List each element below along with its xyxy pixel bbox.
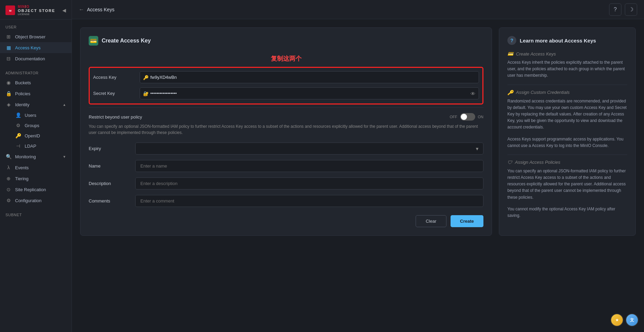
additional-fields: Expiry ▼ Name (89, 143, 483, 207)
secret-key-row: Secret Key 🔐 👁 (93, 87, 479, 99)
help-card: ? Learn more about Access Keys 💳 Create … (499, 27, 636, 236)
help-button[interactable]: ? (609, 3, 621, 16)
subnet-section: Subnet (0, 207, 72, 220)
secret-key-icon: 🔐 (143, 91, 149, 96)
name-input[interactable] (135, 160, 483, 172)
bottom-avatars: ★ 文 (610, 313, 639, 327)
monitoring-icon: 🔍 (5, 154, 12, 159)
card-title: 💳 Create Access Key (89, 36, 483, 46)
name-label: Name (89, 163, 130, 169)
help-section-3-title-text: Assign Access Policies (515, 160, 560, 165)
help-title-text: Learn more about Access Keys (520, 38, 596, 44)
description-wrap (135, 177, 483, 189)
theme-toggle-button[interactable]: ☽ (625, 3, 637, 16)
help-section-2: 🔑 Assign Custom Credentials Randomized a… (507, 90, 627, 149)
access-key-row: Access Key 🔑 (93, 71, 479, 83)
sidebar-item-events[interactable]: λ Events (0, 162, 72, 173)
card-title-icon: 💳 (89, 36, 98, 46)
toggle-wrap: OFF ON (450, 113, 484, 121)
sidebar-item-buckets[interactable]: ◉ Buckets (0, 77, 72, 88)
comments-wrap (135, 195, 483, 207)
sidebar-item-openid[interactable]: 🔑 OpenID (11, 131, 72, 141)
collapse-sidebar-button[interactable]: ◀ (62, 8, 66, 13)
sidebar-item-users[interactable]: 👤 Users (11, 110, 72, 120)
secret-key-input[interactable] (140, 87, 479, 99)
expiry-select[interactable] (135, 143, 483, 155)
sidebar-item-policies[interactable]: 🔒 Policies (0, 88, 72, 99)
help-title: ? Learn more about Access Keys (507, 36, 627, 45)
help-section-1: 💳 Create Access Keys Access Keys inherit… (507, 51, 627, 79)
page-content: 💳 Create Access Key 复制这两个 Access Key 🔑 (72, 19, 644, 332)
topbar-actions: ? ☽ (609, 3, 637, 16)
user-section-label: User (0, 24, 72, 31)
site-replication-icon: ⊙ (5, 187, 12, 192)
description-label: Description (89, 181, 130, 186)
access-keys-icon: ▦ (5, 45, 12, 50)
help-section-3-text: You can specify an optional JSON-formatt… (507, 168, 627, 201)
license-label: LICENSE (18, 13, 55, 16)
sidebar-item-object-browser[interactable]: ⊞ Object Browser (0, 31, 72, 42)
restrict-toggle[interactable] (460, 113, 475, 121)
logo-text: MINIO OBJECT STORE LICENSE (18, 5, 55, 16)
identity-submenu: 👤 Users ⚙ Groups 🔑 OpenID ⊣ LDAP (0, 110, 72, 151)
sidebar-item-ldap[interactable]: ⊣ LDAP (11, 141, 72, 151)
help-circle-icon: ? (507, 36, 516, 45)
copy-annotation: 复制这两个 (271, 54, 302, 63)
description-input[interactable] (135, 177, 483, 189)
expiry-label: Expiry (89, 146, 130, 151)
form-title-text: Create Access Key (102, 38, 151, 44)
tiering-icon: ⊕ (5, 176, 12, 181)
restrict-description: You can specify an optional JSON-formatt… (89, 123, 483, 136)
access-key-input[interactable] (140, 71, 479, 83)
sidebar-item-site-replication[interactable]: ⊙ Site Replication (0, 184, 72, 195)
administrator-section: Administrator ◉ Buckets 🔒 Policies ◈ Ide… (0, 65, 72, 207)
admin-section-label: Administrator (0, 70, 72, 77)
ldap-icon: ⊣ (15, 143, 21, 149)
help-section-3-text2: You cannot modify the optional Access Ke… (507, 206, 627, 219)
configuration-icon: ⚙ (5, 198, 12, 203)
create-button[interactable]: Create (451, 215, 483, 227)
buckets-icon: ◉ (5, 80, 12, 85)
help-section-1-title: 💳 Create Access Keys (507, 51, 627, 57)
groups-icon: ⚙ (15, 123, 21, 128)
sidebar-item-monitoring[interactable]: 🔍 Monitoring ▼ (0, 151, 72, 162)
comments-label: Comments (89, 198, 130, 204)
sidebar-item-tiering[interactable]: ⊕ Tiering (0, 173, 72, 184)
object-browser-icon: ⊞ (5, 34, 12, 39)
help-section-3-title: 🛡 Assign Access Policies (507, 160, 627, 165)
sidebar: M MINIO OBJECT STORE LICENSE ◀ User ⊞ Ob… (0, 0, 72, 332)
help-section-2-text: Randomized access credentials are recomm… (507, 98, 627, 131)
identity-arrow-icon: ▲ (63, 103, 66, 107)
name-row: Name (89, 160, 483, 172)
toggle-on-label: ON (478, 115, 484, 119)
sidebar-item-identity[interactable]: ◈ Identity ▲ (0, 99, 72, 110)
restrict-section: Restrict beyond user policy OFF ON You c… (89, 107, 483, 136)
description-row: Description (89, 177, 483, 189)
product-title: OBJECT STORE (18, 9, 55, 13)
secret-key-label: Secret Key (93, 91, 134, 96)
openid-icon: 🔑 (15, 133, 21, 138)
help-divider-2 (507, 155, 627, 155)
avatar-user: 文 (626, 313, 639, 327)
back-arrow-icon[interactable]: ← (79, 7, 84, 13)
events-icon: λ (5, 165, 12, 170)
sidebar-item-access-keys[interactable]: ▦ Access Keys (0, 42, 72, 53)
sidebar-item-configuration[interactable]: ⚙ Configuration (0, 195, 72, 206)
clear-button[interactable]: Clear (416, 215, 446, 227)
toggle-knob (461, 114, 467, 120)
breadcrumb-current: Access Keys (87, 7, 114, 12)
documentation-icon: ⊟ (5, 56, 12, 61)
sidebar-item-documentation[interactable]: ⊟ Documentation (0, 53, 72, 64)
show-password-icon[interactable]: 👁 (470, 90, 476, 96)
logo-area: M MINIO OBJECT STORE LICENSE ◀ (0, 0, 72, 20)
help-policies-icon: 🛡 (507, 160, 512, 165)
help-section-2-title: 🔑 Assign Custom Credentials (507, 90, 627, 95)
comments-input[interactable] (135, 195, 483, 207)
expiry-wrap: ▼ (135, 143, 483, 155)
topbar: ← Access Keys ? ☽ (72, 0, 644, 19)
sidebar-item-groups[interactable]: ⚙ Groups (11, 120, 72, 131)
toggle-off-label: OFF (450, 115, 457, 119)
help-section-3: 🛡 Assign Access Policies You can specify… (507, 160, 627, 219)
comments-row: Comments (89, 195, 483, 207)
help-section-1-text: Access Keys inherit the policies explici… (507, 59, 627, 79)
